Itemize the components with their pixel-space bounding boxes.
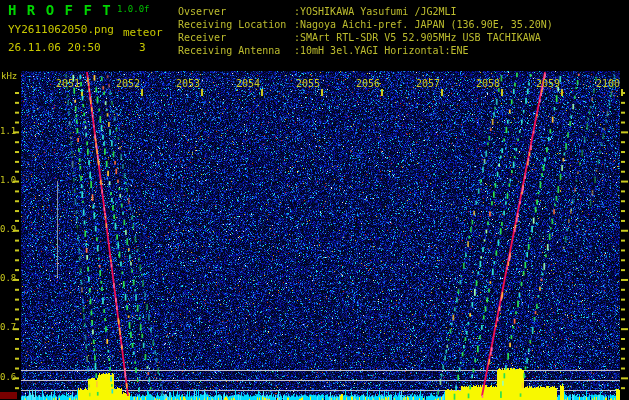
info-value: :10mH 3el.YAGI Horizontal:ENE: [294, 45, 469, 56]
freq-tick-label: 1.0: [0, 175, 13, 185]
hrofft-window: H R O F F T 1.0.0f YY2611062050.png mete…: [0, 0, 629, 400]
station-info-row: Receiver:SMArt RTL-SDR V5 52.905MHz USB …: [178, 31, 553, 44]
info-label: Receiving Antenna: [178, 44, 294, 57]
time-tick-label: 2053: [173, 78, 200, 89]
station-info-row: Receiving Antenna:10mH 3el.YAGI Horizont…: [178, 44, 553, 57]
station-info-row: Receiving Location:Nagoya Aichi-pref. JA…: [178, 18, 553, 31]
freq-axis-unit: kHz: [1, 71, 17, 81]
freq-tick-label: 0.7: [0, 322, 13, 332]
station-info: Ovserver:YOSHIKAWA Yasufumi /JG2MLIRecei…: [178, 5, 553, 57]
time-tick-label: 2057: [413, 78, 440, 89]
output-filename: YY2611062050.png: [8, 23, 114, 36]
freq-tick-label: 0.6: [0, 372, 13, 382]
spectrogram-canvas: [0, 0, 629, 400]
time-tick-label: 2056: [353, 78, 380, 89]
app-title: H R O F F T: [8, 2, 112, 18]
info-value: :YOSHIKAWA Yasufumi /JG2MLI: [294, 6, 457, 17]
info-label: Receiver: [178, 31, 294, 44]
time-tick-label: 2052: [113, 78, 140, 89]
info-value: :Nagoya Aichi-pref. JAPAN (136.90E, 35.2…: [294, 19, 553, 30]
time-tick-label: 2054: [233, 78, 260, 89]
app-version: 1.0.0f: [117, 4, 150, 14]
time-tick-label: 2051: [53, 78, 80, 89]
station-info-row: Ovserver:YOSHIKAWA Yasufumi /JG2MLI: [178, 5, 553, 18]
freq-tick-label: 0.9: [0, 224, 13, 234]
mode-label: meteor: [123, 26, 163, 39]
info-value: :SMArt RTL-SDR V5 52.905MHz USB TACHIKAW…: [294, 32, 541, 43]
time-tick-label: 2059: [533, 78, 560, 89]
time-tick-label: 2058: [473, 78, 500, 89]
freq-tick-label: 0.8: [0, 273, 13, 283]
time-tick-label: 2055: [293, 78, 320, 89]
freq-tick-label: 1.1: [0, 126, 13, 136]
info-label: Receiving Location: [178, 18, 294, 31]
observation-datetime: 26.11.06 20:50: [8, 41, 101, 54]
time-tick-label: 2100: [593, 78, 620, 89]
info-label: Ovserver: [178, 5, 294, 18]
meteor-count: 3: [139, 41, 146, 54]
